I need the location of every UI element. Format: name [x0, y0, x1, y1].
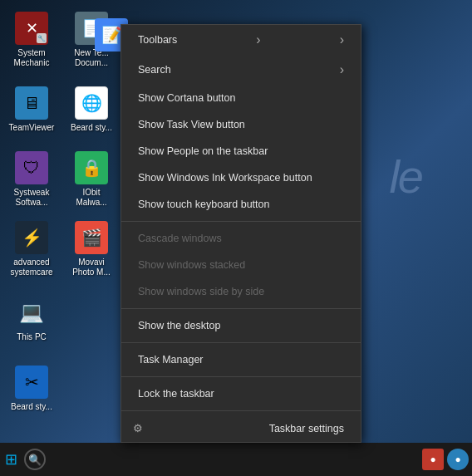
menu-item-touch-label: Show touch keyboard button [138, 199, 269, 210]
icon-beard-label: Beard sty... [11, 402, 52, 412]
menu-item-sidebyside: Show windows side by side [121, 278, 361, 305]
taskbar: ⊞ 🔍 ● ● [0, 443, 472, 476]
menu-item-stacked-label: Show windows stacked [138, 259, 245, 271]
menu-item-taskview[interactable]: Show Task View button [121, 111, 361, 138]
icon-iobit[interactable]: 🔒 IObit Malwa... [63, 146, 120, 213]
icon-teamviewer[interactable]: 🖥 TeamViewer [3, 76, 60, 143]
icon-system-mechanic[interactable]: ✕ 🔧 System Mechanic [3, 7, 60, 73]
menu-item-sidebyside-label: Show windows side by side [138, 286, 264, 297]
menu-item-show-desktop[interactable]: Show the desktop [121, 312, 361, 339]
icon-beard[interactable]: ✂ Beard sty... [3, 356, 60, 422]
menu-item-ink[interactable]: Show Windows Ink Workspace button [121, 164, 361, 191]
menu-item-toolbars-label: Toolbars [138, 34, 177, 46]
divider-4 [121, 376, 361, 377]
icon-systweak[interactable]: 🛡 Systweak Softwa... [3, 146, 60, 213]
menu-item-lock-taskbar[interactable]: Lock the taskbar [121, 380, 361, 407]
icon-movavi[interactable]: 🎬 Movavi Photo M... [63, 216, 120, 282]
menu-item-lock-taskbar-label: Lock the taskbar [138, 388, 214, 400]
icon-systweak-label: Systweak Softwa... [7, 188, 57, 208]
icon-movavi-label: Movavi Photo M... [66, 258, 116, 277]
menu-item-cortana-label: Show Cortana button [138, 92, 235, 104]
menu-item-show-desktop-label: Show the desktop [138, 320, 220, 331]
icon-thispc-label: This PC [17, 332, 47, 342]
taskbar-context-menu: Toolbars › Search › Show Cortana button … [120, 24, 361, 443]
icon-chrome-label: Beard sty... [71, 123, 112, 133]
divider-5 [121, 410, 361, 411]
divider-1 [121, 221, 361, 222]
menu-item-people-label: Show People on the taskbar [138, 145, 268, 157]
menu-item-search-label: Search [138, 64, 171, 76]
menu-item-stacked: Show windows stacked [121, 252, 361, 278]
divider-3 [121, 342, 361, 343]
divider-2 [121, 308, 361, 309]
menu-item-taskbar-settings-label: Taskbar settings [269, 423, 344, 434]
icon-teamviewer-label: TeamViewer [9, 123, 55, 133]
taskbar-tray: ● ● [422, 449, 469, 470]
menu-item-people[interactable]: Show People on the taskbar [121, 138, 361, 164]
menu-item-taskbar-settings[interactable]: ⚙ Taskbar settings [121, 415, 361, 442]
menu-item-task-manager-label: Task Manager [138, 354, 204, 366]
icon-asc-label: advanced systemcare [7, 258, 57, 277]
settings-icon: ⚙ [133, 422, 143, 434]
desktop: ✕ 🔧 System Mechanic 🖥 TeamViewer 🛡 Systw… [0, 0, 472, 476]
menu-item-search[interactable]: Search › [121, 55, 361, 85]
icon-thispc[interactable]: 💻 This PC [3, 286, 60, 352]
icon-chrome[interactable]: 🌐 Beard sty... [63, 76, 120, 143]
chevron-right-icon: › [256, 32, 260, 47]
chevron-right-icon-search: › [340, 62, 344, 77]
menu-item-task-manager[interactable]: Task Manager [121, 346, 361, 373]
taskbar-search-circle[interactable]: 🔍 [24, 449, 46, 470]
menu-item-taskview-label: Show Task View button [138, 119, 245, 130]
menu-item-cascade-label: Cascade windows [138, 233, 222, 244]
tray-icon-blue[interactable]: ● [447, 449, 469, 470]
tray-icon-red[interactable]: ● [422, 449, 444, 470]
lenovo-watermark: le [389, 150, 422, 204]
windows-start-button[interactable]: ⊞ [5, 450, 17, 469]
menu-item-touch[interactable]: Show touch keyboard button [121, 191, 361, 218]
icon-iobit-label: IObit Malwa... [66, 188, 116, 208]
icon-asc[interactable]: ⚡ advanced systemcare [3, 216, 60, 282]
icon-system-mechanic-label: System Mechanic [7, 48, 57, 68]
desktop-icons-area: ✕ 🔧 System Mechanic 🖥 TeamViewer 🛡 Systw… [0, 0, 112, 432]
menu-item-toolbars[interactable]: Toolbars › [121, 25, 361, 55]
menu-item-ink-label: Show Windows Ink Workspace button [138, 172, 312, 184]
menu-item-cascade: Cascade windows [121, 225, 361, 252]
menu-item-cortana[interactable]: Show Cortana button [121, 85, 361, 111]
